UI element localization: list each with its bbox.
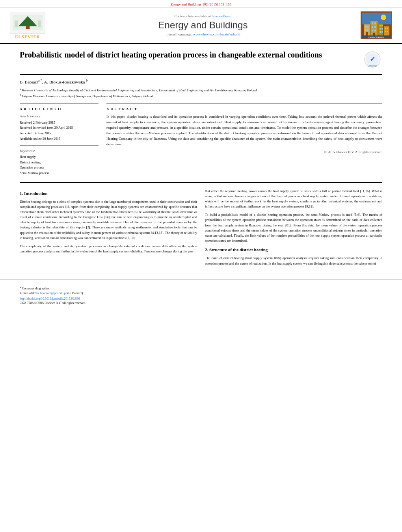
svg-point-7 (381, 15, 386, 20)
svg-rect-31 (387, 28, 388, 29)
svg-rect-12 (367, 29, 368, 31)
svg-rect-28 (382, 31, 383, 33)
svg-text:✓: ✓ (369, 55, 375, 63)
svg-rect-29 (384, 26, 389, 35)
keyword-2: District heating (20, 160, 99, 165)
crossmark-logo: ✓ CrossMark (363, 50, 382, 69)
keywords-label: Keywords: (20, 149, 99, 153)
email-footnote: E-mail address: bbabiarz@prz.edu.pl (B. … (20, 291, 382, 296)
article-title: Probabilistic model of district heating … (20, 50, 363, 60)
svg-rect-17 (372, 26, 373, 28)
affil-b: b Gdynia Maritime University, Faculty of… (20, 94, 153, 98)
article-content: Probabilistic model of district heating … (0, 44, 402, 275)
sciencedirect-link[interactable]: ScienceDirect (212, 14, 231, 18)
corresponding-note: * Corresponding author. (20, 286, 382, 291)
svg-rect-16 (374, 22, 376, 24)
authors-line: B. Babiarza,*, A. Blokus-Roszkowska b (20, 79, 382, 84)
article-info-panel: A R T I C L E I N F O Article history: R… (20, 104, 99, 176)
body-para-4-text: To build a probabilistic model of a dist… (205, 213, 382, 243)
svg-rect-27 (380, 31, 381, 33)
elsevier-brand-text: ELSEVIER (15, 34, 40, 39)
journal-center-info: Contents lists available at ScienceDirec… (47, 14, 359, 36)
info-abstract-row: A R T I C L E I N F O Article history: R… (20, 104, 382, 183)
svg-rect-23 (380, 25, 381, 26)
svg-text:ENERGY BUILDINGS: ENERGY BUILDINGS (368, 36, 384, 38)
section1-num: 1. (20, 191, 23, 196)
abstract-section: A B S T R A C T In this paper, district … (106, 104, 382, 176)
homepage-label: journal homepage: (166, 32, 192, 36)
affil-a: a Rzeszow University of Technology, Facu… (20, 88, 257, 92)
doi-line: http://dx.doi.org/10.1016/j.enbuild.2015… (20, 297, 382, 300)
journal-header: ELSEVIER Contents lists available at Sci… (0, 7, 402, 44)
svg-rect-18 (374, 26, 376, 28)
email-suffix: (B. Babiarz). (67, 291, 84, 295)
svg-rect-15 (372, 22, 373, 24)
keyword-1: Heat supply (20, 154, 99, 160)
body-para-2: The complexity of the system and its ope… (20, 244, 197, 254)
footnote-divider (20, 283, 183, 285)
history-label: Article history: (20, 114, 99, 118)
svg-rect-25 (380, 28, 381, 30)
svg-rect-24 (382, 25, 383, 26)
svg-rect-11 (365, 29, 367, 31)
body-para-2-text: The complexity of the system and its ope… (20, 244, 197, 253)
svg-rect-13 (366, 32, 368, 35)
article-info-title: A R T I C L E I N F O (20, 107, 99, 111)
svg-rect-33 (387, 31, 388, 32)
elsevier-logo: ELSEVIER (8, 12, 47, 39)
body-col-left: 1. Introduction District heating belongs… (20, 189, 197, 269)
author-a: B. Babiarz (20, 80, 38, 84)
received-revised-date: Received in revised form 29 April 2015 (20, 125, 99, 131)
svg-rect-26 (382, 28, 383, 30)
body-para-1-text: District heating belongs to a class of c… (20, 200, 197, 240)
body-para-5-text: The issue of district heating (heat supp… (205, 256, 382, 265)
keywords-section: Keywords: Heat supply District heating O… (20, 145, 99, 176)
author-b: A. Blokus-Roszkowska (44, 80, 85, 84)
svg-rect-20 (374, 30, 376, 32)
svg-rect-10 (367, 26, 368, 28)
svg-rect-32 (385, 31, 386, 32)
svg-rect-21 (373, 33, 375, 35)
section1-title: Introduction (24, 191, 48, 196)
svg-rect-4 (38, 20, 41, 27)
corresponding-text: * Corresponding author. (20, 287, 50, 290)
body-para-5: The issue of district heating (heat supp… (205, 256, 382, 266)
svg-rect-2 (26, 26, 29, 29)
body-columns: 1. Introduction District heating belongs… (20, 189, 382, 269)
email-label: E-mail address: (20, 291, 39, 295)
svg-text:CrossMark: CrossMark (367, 65, 377, 67)
body-col-right: that affect the required heating power c… (205, 189, 382, 269)
homepage-url[interactable]: www.elsevier.com/locate/enbuild (193, 32, 240, 36)
energy-buildings-logo: ENERGY BUILDINGS (361, 11, 392, 39)
section1-heading: 1. Introduction (20, 190, 197, 197)
available-date: Available online 20 June 2015 (20, 136, 99, 142)
copyright-line: © 2015 Elsevier B.V. All rights reserved… (106, 150, 382, 154)
author-email-link[interactable]: bbabiarz@prz.edu.pl (40, 291, 67, 295)
homepage-line: journal homepage: www.elsevier.com/locat… (55, 32, 351, 36)
contents-text: Contents lists available at (175, 14, 211, 18)
elsevier-logo-image (10, 12, 45, 33)
journal-citation: Energy and Buildings 103 (2015) 159–165 (171, 2, 231, 6)
article-history: Article history: Received 2 February 201… (20, 114, 99, 141)
svg-rect-19 (372, 30, 373, 32)
journal-name-heading: Energy and Buildings (55, 20, 351, 31)
section2-heading: 2. Structure of the district heating (205, 247, 382, 253)
energy-buildings-logo-area: ENERGY BUILDINGS (359, 11, 394, 39)
footer-area: * Corresponding author. E-mail address: … (0, 279, 402, 308)
affiliations: a Rzeszow University of Technology, Facu… (20, 87, 382, 99)
abstract-title: A B S T R A C T (106, 107, 382, 111)
svg-rect-30 (385, 28, 386, 29)
accepted-date: Accepted 14 June 2015 (20, 131, 99, 136)
body-para-1: District heating belongs to a class of c… (20, 199, 197, 241)
issn-line: 0378-7788/© 2015 Elsevier B.V. All right… (20, 301, 382, 305)
keyword-3: Operation process (20, 165, 99, 171)
section2-title: Structure of the district heating (209, 247, 268, 252)
svg-rect-3 (15, 20, 18, 27)
title-section: Probabilistic model of district heating … (20, 50, 382, 75)
keyword-4: Semi-Markov process (20, 171, 99, 176)
body-para-4: To build a probabilistic model of a dist… (205, 212, 382, 243)
svg-rect-9 (365, 26, 367, 28)
abstract-text: In this paper, district heating is descr… (106, 114, 382, 147)
doi-link[interactable]: http://dx.doi.org/10.1016/j.enbuild.2015… (20, 297, 80, 300)
author-b-sup: b (86, 79, 87, 82)
